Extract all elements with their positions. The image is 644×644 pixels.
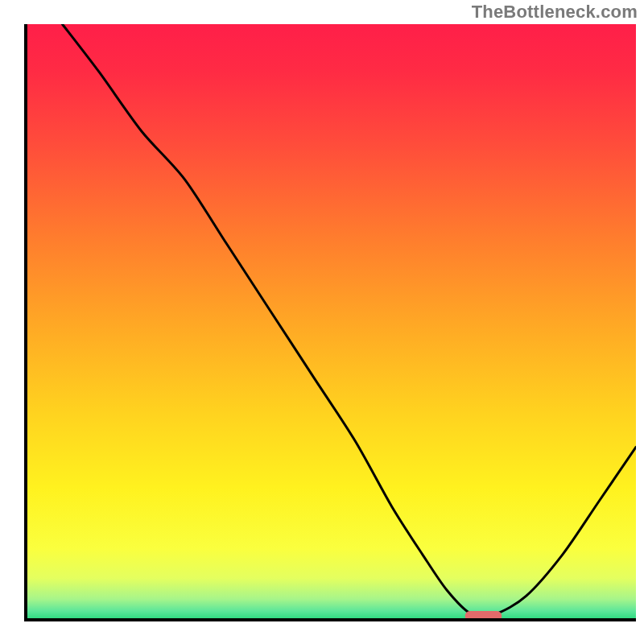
chart-stage: TheBottleneck.com <box>0 0 644 644</box>
gradient-background <box>26 24 636 620</box>
bottleneck-chart <box>0 0 644 644</box>
watermark-text: TheBottleneck.com <box>472 2 638 23</box>
